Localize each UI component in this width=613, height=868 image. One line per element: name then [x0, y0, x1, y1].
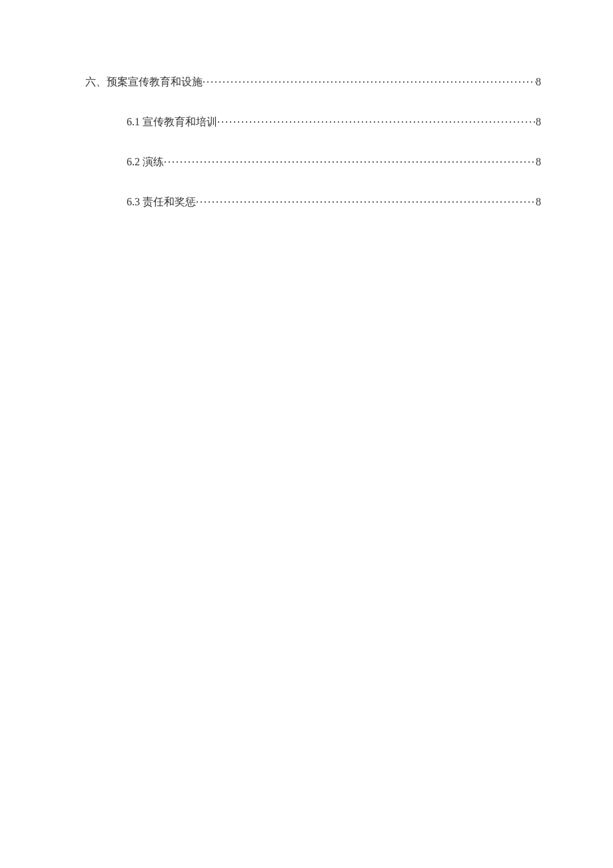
- toc-section-page: 8: [536, 76, 541, 88]
- toc-leader: [196, 195, 536, 205]
- toc-section-entry: 六、预案宣传教育和设施 8: [85, 75, 541, 89]
- toc-subsection-entry: 6.3 责任和奖惩 8: [127, 195, 541, 209]
- toc-subsection-entry: 6.1 宣传教育和培训 8: [127, 115, 541, 129]
- toc-section-label: 六、预案宣传教育和设施: [85, 75, 203, 89]
- toc-subsection-label: 6.3 责任和奖惩: [127, 195, 196, 209]
- toc-subsection-label: 6.2 演练: [127, 155, 164, 169]
- toc-subsection-page: 8: [536, 196, 541, 208]
- toc-subsection-page: 8: [536, 116, 541, 128]
- toc-leader: [164, 155, 536, 165]
- toc-subsection-page: 8: [536, 156, 541, 168]
- toc-subsection-label: 6.1 宣传教育和培训: [127, 115, 217, 129]
- toc-leader: [203, 75, 536, 85]
- toc-leader: [217, 115, 536, 125]
- toc-subsection-entry: 6.2 演练 8: [127, 155, 541, 169]
